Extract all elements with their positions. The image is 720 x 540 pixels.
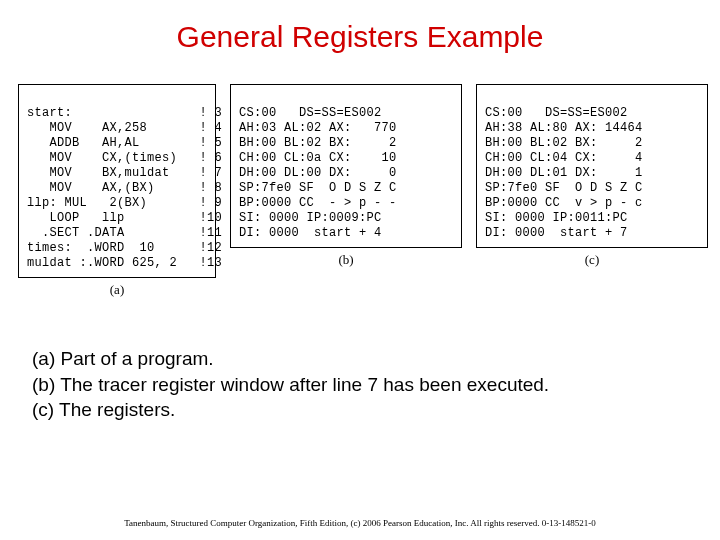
code-line: ADDB AH,AL ! 5 xyxy=(27,136,222,150)
reg-line: BP:0000 CC v > p - c xyxy=(485,196,643,210)
panel-b: CS:00 DS=SS=ES002 AH:03 AL:02 AX: 770 BH… xyxy=(230,84,462,248)
reg-line: CS:00 DS=SS=ES002 xyxy=(239,106,382,120)
reg-line: CH:00 CL:0a CX: 10 xyxy=(239,151,397,165)
code-line: MOV AX,258 ! 4 xyxy=(27,121,222,135)
code-line: start: ! 3 xyxy=(27,106,222,120)
reg-line: BH:00 BL:02 BX: 2 xyxy=(485,136,643,150)
reg-line: CS:00 DS=SS=ES002 xyxy=(485,106,628,120)
panels-row: start: ! 3 MOV AX,258 ! 4 ADDB AH,AL ! 5… xyxy=(0,54,720,306)
code-line: times: .WORD 10 !12 xyxy=(27,241,222,255)
code-line: MOV CX,(times) ! 6 xyxy=(27,151,222,165)
reg-line: SP:7fe0 SF O D S Z C xyxy=(485,181,643,195)
reg-line: BP:0000 CC - > p - - xyxy=(239,196,397,210)
reg-line: SP:7fe0 SF O D S Z C xyxy=(239,181,397,195)
code-line: llp: MUL 2(BX) ! 9 xyxy=(27,196,222,210)
reg-line: SI: 0000 IP:0011:PC xyxy=(485,211,628,225)
panel-b-wrap: CS:00 DS=SS=ES002 AH:03 AL:02 AX: 770 BH… xyxy=(230,84,462,298)
reg-line: AH:03 AL:02 AX: 770 xyxy=(239,121,397,135)
code-line: MOV AX,(BX) ! 8 xyxy=(27,181,222,195)
reg-line: SI: 0000 IP:0009:PC xyxy=(239,211,382,225)
reg-line: DI: 0000 start + 7 xyxy=(485,226,628,240)
panel-b-caption: (b) xyxy=(338,252,353,268)
code-line: muldat :.WORD 625, 2 !13 xyxy=(27,256,222,270)
panel-a-wrap: start: ! 3 MOV AX,258 ! 4 ADDB AH,AL ! 5… xyxy=(18,84,216,298)
note-line-a: (a) Part of a program. xyxy=(32,346,688,372)
reg-line: DH:00 DL:00 DX: 0 xyxy=(239,166,397,180)
notes-block: (a) Part of a program. (b) The tracer re… xyxy=(0,306,720,423)
code-line: MOV BX,muldat ! 7 xyxy=(27,166,222,180)
note-line-c: (c) The registers. xyxy=(32,397,688,423)
code-line: .SECT .DATA !11 xyxy=(27,226,222,240)
panel-a-caption: (a) xyxy=(110,282,124,298)
note-line-b: (b) The tracer register window after lin… xyxy=(32,372,688,398)
reg-line: AH:38 AL:80 AX: 14464 xyxy=(485,121,643,135)
panel-a: start: ! 3 MOV AX,258 ! 4 ADDB AH,AL ! 5… xyxy=(18,84,216,278)
footer-citation: Tanenbaum, Structured Computer Organizat… xyxy=(0,518,720,528)
reg-line: DH:00 DL:01 DX: 1 xyxy=(485,166,643,180)
reg-line: CH:00 CL:04 CX: 4 xyxy=(485,151,643,165)
panel-c: CS:00 DS=SS=ES002 AH:38 AL:80 AX: 14464 … xyxy=(476,84,708,248)
reg-line: DI: 0000 start + 4 xyxy=(239,226,382,240)
slide-title: General Registers Example xyxy=(0,0,720,54)
panel-c-caption: (c) xyxy=(585,252,599,268)
code-line: LOOP llp !10 xyxy=(27,211,222,225)
panel-c-wrap: CS:00 DS=SS=ES002 AH:38 AL:80 AX: 14464 … xyxy=(476,84,708,298)
reg-line: BH:00 BL:02 BX: 2 xyxy=(239,136,397,150)
